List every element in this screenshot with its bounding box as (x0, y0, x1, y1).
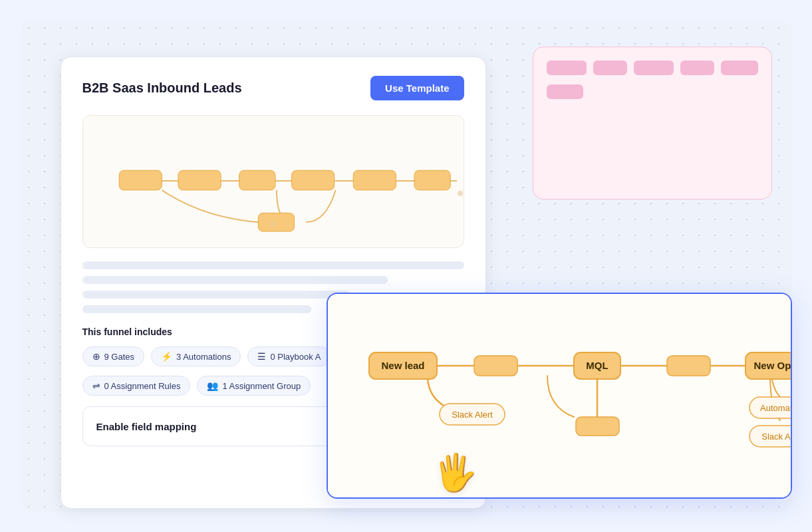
hand-cursor-icon: 🖐 (433, 452, 477, 493)
pink-box (721, 61, 758, 75)
svg-rect-2 (239, 170, 275, 190)
badge-automations: ⚡ 3 Automations (151, 346, 241, 366)
svg-rect-1 (178, 170, 221, 190)
svg-rect-3 (291, 170, 334, 190)
pink-row-2 (547, 84, 758, 99)
svg-rect-9 (328, 294, 792, 499)
badge-automations-label: 3 Automations (176, 352, 231, 362)
svg-text:Automation: Automation (760, 403, 792, 413)
skeleton-line (82, 305, 311, 313)
pink-box (634, 61, 674, 75)
outer-container: B2B Saas Inbound Leads Use Template (21, 20, 792, 512)
assignment-group-icon: 👥 (207, 380, 218, 391)
skeleton-line (82, 291, 350, 299)
svg-rect-4 (353, 170, 396, 190)
pink-box (547, 61, 587, 75)
badge-playbook: ☰ 0 Playbook A (247, 346, 331, 366)
svg-point-7 (458, 191, 463, 196)
pink-card (533, 47, 772, 200)
use-template-button[interactable]: Use Template (370, 76, 464, 100)
svg-rect-12 (474, 356, 517, 376)
badge-assignment-group: 👥 1 Assignment Group (197, 376, 311, 396)
svg-text:Slack Alert: Slack Alert (761, 432, 792, 442)
skeleton-line (82, 276, 388, 284)
pink-box (547, 84, 583, 99)
automations-icon: ⚡ (161, 351, 172, 362)
badge-assignment-rules-label: 0 Assignment Rules (104, 381, 181, 391)
svg-text:New lead: New lead (381, 360, 424, 371)
badge-gates-label: 9 Gates (104, 352, 135, 362)
gates-icon: ⊕ (92, 351, 100, 362)
flow-diagram (82, 115, 464, 248)
assignment-rules-icon: ⇌ (92, 380, 100, 391)
skeleton-line (82, 261, 464, 269)
svg-rect-15 (667, 356, 710, 376)
svg-rect-20 (576, 417, 619, 436)
svg-rect-0 (119, 170, 162, 190)
svg-text:MQL: MQL (586, 360, 608, 371)
playbook-icon: ☰ (257, 351, 266, 362)
badge-assignment-rules: ⇌ 0 Assignment Rules (82, 376, 191, 396)
card-title: B2B Saas Inbound Leads (82, 80, 242, 96)
svg-rect-5 (414, 170, 450, 190)
svg-point-8 (270, 221, 275, 227)
card-header: B2B Saas Inbound Leads Use Template (82, 76, 464, 100)
zoom-card: New lead MQL New Opp Slack Alert Automat… (327, 293, 792, 499)
pink-row-1 (547, 61, 758, 75)
svg-rect-6 (258, 213, 294, 231)
badge-gates: ⊕ 9 Gates (82, 346, 145, 366)
badge-assignment-group-label: 1 Assignment Group (222, 381, 301, 391)
svg-text:Slack Alert: Slack Alert (452, 410, 493, 420)
flow-svg (83, 116, 464, 247)
toggle-label: Enable field mapping (96, 421, 197, 432)
svg-text:New Opp: New Opp (753, 360, 792, 371)
zoom-flow-svg: New lead MQL New Opp Slack Alert Automat… (328, 294, 792, 499)
pink-box (680, 61, 714, 75)
pink-box (593, 61, 627, 75)
badge-playbook-label: 0 Playbook A (270, 352, 321, 362)
